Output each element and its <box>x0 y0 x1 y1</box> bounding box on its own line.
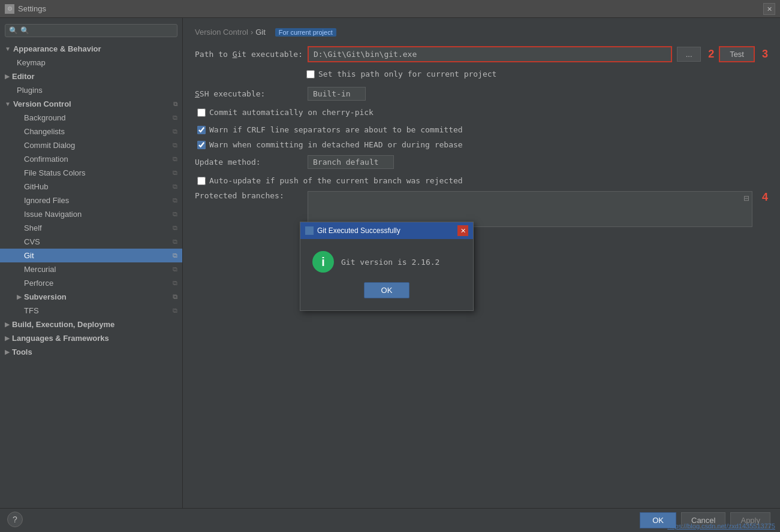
copy-icon: ⧉ <box>173 101 177 108</box>
copy-icon: ⧉ <box>173 141 177 149</box>
git-success-dialog: Git Executed Successfully ✕ i Git versio… <box>300 222 474 311</box>
dialog-title-bar: Git Executed Successfully ✕ <box>300 222 473 239</box>
annotation-3: 3 <box>762 48 768 61</box>
sidebar-item-confirmation[interactable]: Confirmation ⧉ <box>0 152 182 166</box>
dialog-message-row: i Git version is 2.16.2 <box>312 251 461 273</box>
cherry-pick-checkbox[interactable] <box>197 108 206 117</box>
sidebar-item-languages[interactable]: ▶ Languages & Frameworks <box>0 331 182 345</box>
sidebar-item-subversion[interactable]: ▶ Subversion ⧉ <box>0 290 182 304</box>
search-box[interactable]: 🔍 <box>5 24 177 37</box>
detached-head-checkbox[interactable] <box>197 141 206 149</box>
sidebar-item-editor[interactable]: ▶ Editor <box>0 69 182 83</box>
sidebar-item-label: Subversion <box>24 292 67 301</box>
url-link[interactable]: https://blog.csdn.net/zxd1435513775 <box>667 522 775 530</box>
sidebar-item-label: Issue Navigation <box>24 210 82 219</box>
cherry-pick-label: Commit automatically on cherry-pick <box>209 108 374 117</box>
sidebar-item-label: Git <box>24 251 34 260</box>
sidebar-item-perforce[interactable]: Perforce ⧉ <box>0 276 182 290</box>
copy-icon: ⧉ <box>173 169 177 177</box>
sidebar: 🔍 ▼ Appearance & Behavior Keymap ▶ Edito… <box>0 18 183 508</box>
dialog-title-text: Git Executed Successfully <box>317 226 400 235</box>
sidebar-item-label: Editor <box>12 72 35 81</box>
sidebar-item-keymap[interactable]: Keymap <box>0 56 182 69</box>
copy-icon: ⧉ <box>173 210 177 218</box>
breadcrumb-part1: Version Control <box>195 28 248 37</box>
sidebar-item-shelf[interactable]: Shelf ⧉ 1 <box>0 221 182 235</box>
expand-icon: ▶ <box>17 294 22 300</box>
sidebar-item-build[interactable]: ▶ Build, Execution, Deployme <box>0 318 182 331</box>
project-tag: For current project <box>275 28 336 37</box>
expand-icon: ▶ <box>5 349 10 355</box>
expand-icon: ▶ <box>5 335 10 341</box>
breadcrumb-part2: Git <box>255 28 266 37</box>
help-button[interactable]: ? <box>7 512 23 527</box>
expand-icon: ▼ <box>5 101 11 107</box>
sidebar-item-commit-dialog[interactable]: Commit Dialog ⧉ <box>0 138 182 152</box>
dialog-close-button[interactable]: ✕ <box>457 225 468 236</box>
copy-icon: ⧉ <box>173 279 177 287</box>
copy-icon: ⧉ <box>173 155 177 163</box>
ssh-select-wrap: Built-in <box>308 87 366 101</box>
auto-update-checkbox[interactable] <box>197 177 206 185</box>
path-row: Path to Git executable: ... 2 Test 3 <box>195 46 768 62</box>
test-button[interactable]: Test <box>719 46 755 62</box>
update-method-wrap: Branch default <box>308 155 394 169</box>
sidebar-item-file-status-colors[interactable]: File Status Colors ⧉ <box>0 166 182 180</box>
copy-icon: ⧉ <box>173 307 177 315</box>
sidebar-item-appearance[interactable]: ▼ Appearance & Behavior <box>0 42 182 56</box>
sidebar-item-github[interactable]: GitHub ⧉ <box>0 180 182 194</box>
sidebar-item-changelists[interactable]: Changelists ⧉ <box>0 125 182 138</box>
copy-icon: ⧉ <box>173 238 177 246</box>
sidebar-item-issue-navigation[interactable]: Issue Navigation ⧉ <box>0 207 182 221</box>
copy-icon: ⧉ <box>173 114 177 122</box>
info-icon: i <box>312 251 334 273</box>
sidebar-item-label: Shelf <box>24 223 42 232</box>
sidebar-item-label: Version Control <box>13 99 71 108</box>
title-bar: ⚙ Settings ✕ <box>0 0 780 18</box>
sidebar-item-label: Build, Execution, Deployme <box>12 320 115 329</box>
sidebar-item-label: Perforce <box>24 279 53 288</box>
sidebar-item-label: Keymap <box>17 58 46 67</box>
search-icon: 🔍 <box>9 26 18 35</box>
sidebar-item-label: Languages & Frameworks <box>12 334 109 343</box>
protected-branches-row: Protected branches: ⊟ 4 <box>195 191 768 227</box>
search-input[interactable] <box>20 26 173 35</box>
browse-button[interactable]: ... <box>677 47 701 62</box>
set-path-checkbox[interactable] <box>306 70 315 78</box>
sidebar-item-label: Changelists <box>24 127 65 136</box>
ssh-select[interactable]: Built-in <box>308 87 366 101</box>
sidebar-item-version-control[interactable]: ▼ Version Control ⧉ <box>0 97 182 111</box>
window-title: Settings <box>18 4 46 13</box>
sidebar-item-tools[interactable]: ▶ Tools <box>0 345 182 359</box>
sidebar-item-label: Plugins <box>17 86 43 95</box>
sidebar-item-ignored-files[interactable]: Ignored Files ⧉ <box>0 194 182 207</box>
dialog-ok-button[interactable]: OK <box>364 282 410 298</box>
crlf-row: Warn if CRLF line separators are about t… <box>197 125 768 134</box>
window-close-button[interactable]: ✕ <box>763 3 775 15</box>
ssh-row: SSH executable: Built-in <box>195 87 768 101</box>
content-area: Version Control › Git For current projec… <box>183 18 780 508</box>
crlf-checkbox[interactable] <box>197 126 206 134</box>
sidebar-item-mercurial[interactable]: Mercurial ⧉ <box>0 262 182 276</box>
sidebar-item-label: File Status Colors <box>24 168 86 177</box>
copy-icon: ⧉ <box>173 183 177 191</box>
auto-update-row: Auto-update if push of the current branc… <box>197 176 768 185</box>
protected-branches-label: Protected branches: <box>195 191 303 200</box>
window-icon: ⚙ <box>5 4 14 14</box>
update-method-select[interactable]: Branch default <box>308 155 394 169</box>
sidebar-item-git[interactable]: Git ⧉ <box>0 249 182 262</box>
dialog-content: i Git version is 2.16.2 OK <box>300 239 473 310</box>
expand-icon: ▶ <box>5 73 10 80</box>
sidebar-item-label: Mercurial <box>24 265 56 274</box>
set-path-row: Set this path only for current project <box>306 69 768 78</box>
sidebar-item-plugins[interactable]: Plugins <box>0 83 182 97</box>
sidebar-item-tfs[interactable]: TFS ⧉ <box>0 304 182 318</box>
sidebar-item-label: Confirmation <box>24 155 68 164</box>
path-input-container <box>308 46 672 62</box>
sidebar-item-background[interactable]: Background ⧉ <box>0 111 182 125</box>
detached-head-label: Warn when committing in detached HEAD or… <box>209 140 463 149</box>
copy-icon: ⧉ <box>173 128 177 135</box>
sidebar-item-label: Background <box>24 113 65 122</box>
path-input[interactable] <box>309 47 671 61</box>
sidebar-item-cvs[interactable]: CVS ⧉ <box>0 235 182 249</box>
